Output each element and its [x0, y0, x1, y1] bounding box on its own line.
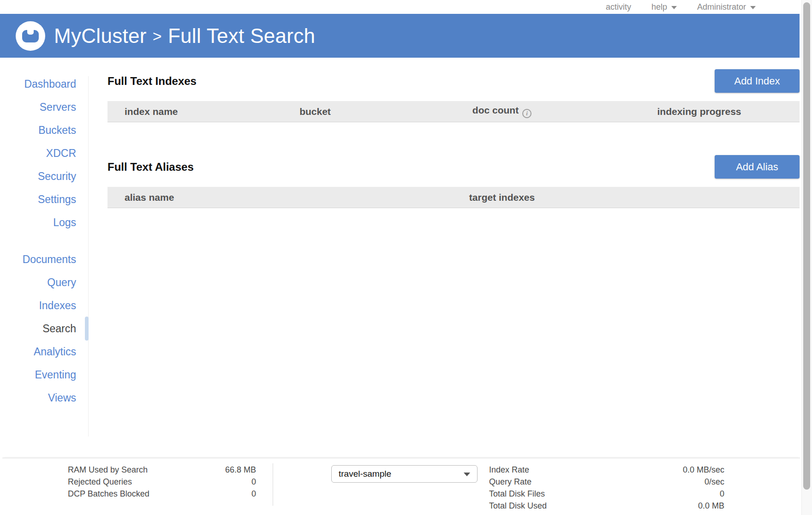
top-utility-bar: activity help Administrator	[0, 0, 812, 14]
sidebar-item-label: Security	[38, 170, 76, 183]
sidebar-item-logs[interactable]: Logs	[0, 211, 89, 234]
stat-value: 0.0 MB/sec	[683, 464, 724, 476]
user-menu-label: Administrator	[697, 2, 746, 12]
activity-link-label: activity	[606, 2, 631, 12]
sidebar-item-label: Buckets	[38, 124, 76, 137]
column-alias-name: alias name	[107, 192, 384, 203]
stat-value: 0/sec	[705, 476, 724, 488]
aliases-section-title: Full Text Aliases	[107, 161, 194, 174]
footer-divider	[273, 463, 273, 506]
stat-label: RAM Used by Search	[68, 464, 148, 476]
sidebar-item-query[interactable]: Query	[0, 271, 89, 294]
sidebar-item-servers[interactable]: Servers	[0, 96, 89, 119]
stat-label: Total Disk Used	[489, 500, 547, 512]
stat-ram-used: RAM Used by Search 66.8 MB	[68, 464, 256, 476]
indexes-section-header: Full Text Indexes Add Index	[107, 69, 800, 93]
stat-label: Total Disk Files	[489, 488, 545, 500]
chevron-down-icon	[464, 473, 470, 476]
info-icon[interactable]: i	[522, 109, 531, 118]
sidebar-item-settings[interactable]: Settings	[0, 188, 89, 211]
stat-label: Query Rate	[489, 476, 531, 488]
help-menu-label: help	[651, 2, 667, 12]
sidebar-item-label: Search	[42, 323, 76, 335]
sidebar-item-documents[interactable]: Documents	[0, 248, 89, 271]
couch-glyph	[22, 30, 39, 42]
stat-value: 0.0 MB	[698, 500, 724, 512]
sidebar-item-label: Analytics	[34, 346, 76, 358]
bucket-selector-value: travel-sample	[339, 469, 391, 479]
app-header: MyCluster>Full Text Search	[0, 14, 800, 58]
aliases-table-header: alias name target indexes	[107, 187, 800, 208]
stat-query-rate: Query Rate 0/sec	[489, 476, 724, 488]
sidebar-item-analytics[interactable]: Analytics	[0, 340, 89, 363]
content-area: Full Text Indexes Add Index index name b…	[89, 58, 812, 458]
stat-index-rate: Index Rate 0.0 MB/sec	[489, 464, 724, 476]
column-target-indexes: target indexes	[384, 192, 620, 203]
chevron-down-icon	[750, 6, 756, 9]
bucket-selector[interactable]: travel-sample	[331, 465, 478, 483]
stat-total-disk-used: Total Disk Used 0.0 MB	[489, 500, 724, 512]
column-doc-count: doc counti	[384, 105, 620, 118]
sidebar-item-xdcr[interactable]: XDCR	[0, 142, 89, 165]
column-indexing-progress: indexing progress	[620, 106, 779, 117]
user-menu[interactable]: Administrator	[697, 2, 756, 12]
indexes-section-title: Full Text Indexes	[107, 75, 197, 88]
sidebar-item-dashboard[interactable]: Dashboard	[0, 72, 89, 96]
sidebar-item-label: Views	[48, 392, 76, 404]
couchbase-logo-icon	[16, 21, 45, 51]
chevron-down-icon	[671, 6, 677, 9]
activity-link[interactable]: activity	[606, 2, 631, 12]
add-index-button[interactable]: Add Index	[715, 69, 800, 93]
stat-label: DCP Batches Blocked	[68, 488, 149, 500]
sidebar-item-label: XDCR	[46, 147, 76, 160]
sidebar-item-label: Logs	[53, 216, 76, 229]
stat-rejected-queries: Rejected Queries 0	[68, 476, 256, 488]
sidebar-item-label: Query	[47, 276, 76, 289]
couchbase-console: activity help Administrator MyCluster>Fu…	[0, 0, 812, 515]
sidebar-item-label: Documents	[23, 253, 76, 266]
active-item-indicator	[85, 317, 89, 341]
main-layout: Dashboard Servers Buckets XDCR Security …	[0, 58, 812, 458]
sidebar-item-eventing[interactable]: Eventing	[0, 363, 89, 386]
stats-footer: RAM Used by Search 66.8 MB Rejected Quer…	[2, 458, 800, 515]
column-bucket: bucket	[246, 106, 384, 117]
page-title: Full Text Search	[168, 24, 315, 47]
stat-total-disk-files: Total Disk Files 0	[489, 488, 724, 500]
indexes-table-header: index name bucket doc counti indexing pr…	[107, 101, 800, 122]
help-menu[interactable]: help	[651, 2, 677, 12]
column-doc-count-label: doc count	[472, 105, 519, 115]
cluster-name: MyCluster	[54, 24, 147, 47]
rate-stats-block: Index Rate 0.0 MB/sec Query Rate 0/sec T…	[489, 464, 724, 512]
sidebar-item-label: Dashboard	[24, 78, 76, 90]
vertical-scrollbar-track[interactable]	[801, 0, 812, 515]
stat-dcp-batches-blocked: DCP Batches Blocked 0	[68, 488, 256, 500]
stat-label: Index Rate	[489, 464, 529, 476]
stat-value: 0	[251, 476, 256, 488]
sidebar-nav: Dashboard Servers Buckets XDCR Security …	[0, 58, 89, 458]
sidebar-item-indexes[interactable]: Indexes	[0, 294, 89, 317]
sidebar-item-label: Settings	[38, 193, 76, 206]
stat-label: Rejected Queries	[68, 476, 132, 488]
stat-value: 0	[251, 488, 256, 500]
sidebar-list: Dashboard Servers Buckets XDCR Security …	[0, 58, 89, 409]
stat-value: 0	[720, 488, 724, 500]
sidebar-item-search[interactable]: Search	[0, 317, 89, 340]
search-stats-block: RAM Used by Search 66.8 MB Rejected Quer…	[68, 464, 256, 500]
column-index-name: index name	[107, 106, 246, 117]
sidebar-item-views[interactable]: Views	[0, 386, 89, 409]
sidebar-item-security[interactable]: Security	[0, 165, 89, 188]
breadcrumb-separator: >	[153, 27, 162, 45]
sidebar-item-label: Servers	[40, 101, 76, 114]
sidebar-item-buckets[interactable]: Buckets	[0, 119, 89, 142]
sidebar-item-label: Eventing	[35, 369, 76, 381]
stat-value: 66.8 MB	[225, 464, 256, 476]
vertical-scrollbar-thumb[interactable]	[803, 2, 810, 490]
breadcrumb: MyCluster>Full Text Search	[54, 24, 315, 48]
aliases-section-header: Full Text Aliases Add Alias	[107, 155, 800, 179]
sidebar-item-label: Indexes	[39, 299, 76, 312]
add-alias-button[interactable]: Add Alias	[715, 155, 800, 179]
